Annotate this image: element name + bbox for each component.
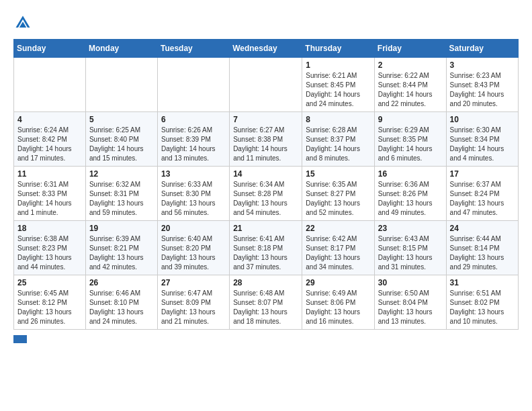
calendar-cell: 19Sunrise: 6:39 AM Sunset: 8:21 PM Dayli… (85, 221, 157, 275)
calendar-cell: 11Sunrise: 6:31 AM Sunset: 8:33 PM Dayli… (14, 167, 86, 221)
calendar-cell: 8Sunrise: 6:28 AM Sunset: 8:37 PM Daylig… (302, 112, 375, 167)
day-header-thursday: Thursday (302, 40, 375, 58)
day-number: 30 (378, 278, 443, 287)
day-info: Sunrise: 6:22 AM Sunset: 8:44 PM Dayligh… (378, 71, 443, 109)
day-info: Sunrise: 6:31 AM Sunset: 8:33 PM Dayligh… (17, 180, 82, 218)
calendar-cell: 27Sunrise: 6:47 AM Sunset: 8:09 PM Dayli… (157, 275, 229, 330)
day-number: 4 (17, 115, 82, 124)
legend (13, 335, 519, 343)
day-info: Sunrise: 6:43 AM Sunset: 8:15 PM Dayligh… (378, 234, 443, 272)
calendar-week-row: 4Sunrise: 6:24 AM Sunset: 8:42 PM Daylig… (14, 112, 519, 167)
day-number: 3 (450, 60, 515, 70)
calendar-cell: 5Sunrise: 6:25 AM Sunset: 8:40 PM Daylig… (85, 112, 157, 167)
day-number: 19 (89, 224, 154, 233)
day-number: 22 (306, 224, 371, 233)
day-info: Sunrise: 6:26 AM Sunset: 8:39 PM Dayligh… (161, 126, 226, 163)
day-number: 13 (161, 169, 226, 179)
day-info: Sunrise: 6:35 AM Sunset: 8:27 PM Dayligh… (306, 180, 371, 218)
day-info: Sunrise: 6:24 AM Sunset: 8:42 PM Dayligh… (17, 126, 82, 163)
calendar-cell (14, 58, 86, 112)
day-info: Sunrise: 6:28 AM Sunset: 8:37 PM Dayligh… (306, 126, 371, 163)
calendar-table: SundayMondayTuesdayWednesdayThursdayFrid… (13, 39, 519, 330)
day-header-tuesday: Tuesday (157, 40, 229, 58)
day-header-wednesday: Wednesday (230, 40, 302, 58)
calendar-cell: 30Sunrise: 6:50 AM Sunset: 8:04 PM Dayli… (374, 275, 446, 330)
calendar-cell: 12Sunrise: 6:32 AM Sunset: 8:31 PM Dayli… (85, 167, 157, 221)
day-number: 11 (17, 169, 82, 179)
day-number: 21 (233, 224, 298, 233)
day-info: Sunrise: 6:48 AM Sunset: 8:07 PM Dayligh… (233, 289, 298, 326)
day-info: Sunrise: 6:38 AM Sunset: 8:23 PM Dayligh… (17, 234, 82, 272)
calendar-cell (230, 58, 302, 112)
calendar-cell: 21Sunrise: 6:41 AM Sunset: 8:18 PM Dayli… (230, 221, 302, 275)
day-header-friday: Friday (374, 40, 446, 58)
calendar-cell: 14Sunrise: 6:34 AM Sunset: 8:28 PM Dayli… (230, 167, 302, 221)
calendar-week-row: 11Sunrise: 6:31 AM Sunset: 8:33 PM Dayli… (14, 167, 519, 221)
calendar-body: 1Sunrise: 6:21 AM Sunset: 8:45 PM Daylig… (14, 58, 519, 330)
day-info: Sunrise: 6:36 AM Sunset: 8:26 PM Dayligh… (378, 180, 443, 218)
day-info: Sunrise: 6:50 AM Sunset: 8:04 PM Dayligh… (378, 289, 443, 326)
day-number: 26 (89, 278, 154, 287)
day-info: Sunrise: 6:39 AM Sunset: 8:21 PM Dayligh… (89, 234, 154, 272)
calendar-header: SundayMondayTuesdayWednesdayThursdayFrid… (14, 40, 519, 58)
day-number: 23 (378, 224, 443, 233)
day-number: 10 (450, 115, 515, 124)
calendar-cell: 31Sunrise: 6:51 AM Sunset: 8:02 PM Dayli… (446, 275, 518, 330)
calendar-cell: 2Sunrise: 6:22 AM Sunset: 8:44 PM Daylig… (374, 58, 446, 112)
day-number: 25 (17, 278, 82, 287)
calendar-cell: 1Sunrise: 6:21 AM Sunset: 8:45 PM Daylig… (302, 58, 375, 112)
calendar-cell: 7Sunrise: 6:27 AM Sunset: 8:38 PM Daylig… (230, 112, 302, 167)
day-number: 7 (233, 115, 298, 124)
day-info: Sunrise: 6:45 AM Sunset: 8:12 PM Dayligh… (17, 289, 82, 326)
day-number: 6 (161, 115, 226, 124)
day-info: Sunrise: 6:47 AM Sunset: 8:09 PM Dayligh… (161, 289, 226, 326)
day-number: 8 (306, 115, 371, 124)
day-info: Sunrise: 6:23 AM Sunset: 8:43 PM Dayligh… (450, 71, 515, 109)
calendar-cell: 29Sunrise: 6:49 AM Sunset: 8:06 PM Dayli… (302, 275, 375, 330)
calendar-cell: 28Sunrise: 6:48 AM Sunset: 8:07 PM Dayli… (230, 275, 302, 330)
day-number: 1 (306, 60, 371, 70)
calendar-cell: 10Sunrise: 6:30 AM Sunset: 8:34 PM Dayli… (446, 112, 518, 167)
day-header-sunday: Sunday (14, 40, 86, 58)
calendar-cell: 23Sunrise: 6:43 AM Sunset: 8:15 PM Dayli… (374, 221, 446, 275)
logo (13, 13, 35, 32)
day-number: 18 (17, 224, 82, 233)
day-info: Sunrise: 6:40 AM Sunset: 8:20 PM Dayligh… (161, 234, 226, 272)
calendar-cell: 26Sunrise: 6:46 AM Sunset: 8:10 PM Dayli… (85, 275, 157, 330)
calendar-cell: 25Sunrise: 6:45 AM Sunset: 8:12 PM Dayli… (14, 275, 86, 330)
calendar-week-row: 25Sunrise: 6:45 AM Sunset: 8:12 PM Dayli… (14, 275, 519, 330)
calendar-cell: 17Sunrise: 6:37 AM Sunset: 8:24 PM Dayli… (446, 167, 518, 221)
day-number: 20 (161, 224, 226, 233)
calendar-cell: 24Sunrise: 6:44 AM Sunset: 8:14 PM Dayli… (446, 221, 518, 275)
day-info: Sunrise: 6:27 AM Sunset: 8:38 PM Dayligh… (233, 126, 298, 163)
day-info: Sunrise: 6:29 AM Sunset: 8:35 PM Dayligh… (378, 126, 443, 163)
calendar-cell: 3Sunrise: 6:23 AM Sunset: 8:43 PM Daylig… (446, 58, 518, 112)
legend-color-box (13, 335, 27, 343)
day-number: 17 (450, 169, 515, 179)
calendar-cell: 18Sunrise: 6:38 AM Sunset: 8:23 PM Dayli… (14, 221, 86, 275)
day-info: Sunrise: 6:44 AM Sunset: 8:14 PM Dayligh… (450, 234, 515, 272)
day-number: 16 (378, 169, 443, 179)
day-info: Sunrise: 6:30 AM Sunset: 8:34 PM Dayligh… (450, 126, 515, 163)
calendar-cell (85, 58, 157, 112)
calendar-cell: 15Sunrise: 6:35 AM Sunset: 8:27 PM Dayli… (302, 167, 375, 221)
calendar-cell (157, 58, 229, 112)
day-headers-row: SundayMondayTuesdayWednesdayThursdayFrid… (14, 40, 519, 58)
day-number: 15 (306, 169, 371, 179)
calendar-week-row: 1Sunrise: 6:21 AM Sunset: 8:45 PM Daylig… (14, 58, 519, 112)
day-number: 12 (89, 169, 154, 179)
calendar-cell: 16Sunrise: 6:36 AM Sunset: 8:26 PM Dayli… (374, 167, 446, 221)
calendar-cell: 13Sunrise: 6:33 AM Sunset: 8:30 PM Dayli… (157, 167, 229, 221)
day-info: Sunrise: 6:34 AM Sunset: 8:28 PM Dayligh… (233, 180, 298, 218)
day-number: 31 (450, 278, 515, 287)
day-info: Sunrise: 6:33 AM Sunset: 8:30 PM Dayligh… (161, 180, 226, 218)
day-info: Sunrise: 6:32 AM Sunset: 8:31 PM Dayligh… (89, 180, 154, 218)
day-info: Sunrise: 6:41 AM Sunset: 8:18 PM Dayligh… (233, 234, 298, 272)
day-header-monday: Monday (85, 40, 157, 58)
day-number: 29 (306, 278, 371, 287)
day-number: 14 (233, 169, 298, 179)
day-number: 2 (378, 60, 443, 70)
day-info: Sunrise: 6:42 AM Sunset: 8:17 PM Dayligh… (306, 234, 371, 272)
logo-icon (13, 13, 32, 32)
calendar-cell: 22Sunrise: 6:42 AM Sunset: 8:17 PM Dayli… (302, 221, 375, 275)
